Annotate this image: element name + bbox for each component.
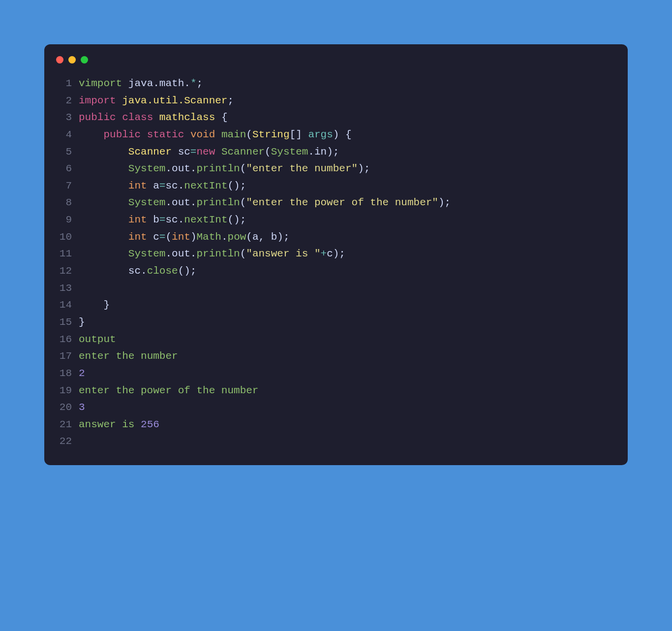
- code-token: int: [172, 231, 190, 243]
- code-token: (a, b);: [246, 231, 289, 243]
- code-editor[interactable]: 1vimport java.math.*;2import java.util.S…: [44, 75, 628, 450]
- code-token: .out.: [165, 197, 196, 208]
- code-token: class: [122, 112, 153, 123]
- code-token: +: [321, 248, 327, 259]
- code-token: sc.: [165, 180, 184, 191]
- line-content: 2: [79, 365, 628, 382]
- code-token: Scanner: [221, 146, 265, 158]
- code-token: [79, 283, 128, 294]
- code-token: =: [159, 214, 166, 225]
- code-token: .out.: [165, 163, 196, 174]
- line-number: 9: [44, 212, 79, 229]
- line-number: 19: [44, 382, 79, 400]
- code-token: a: [147, 180, 159, 191]
- code-token: new: [196, 146, 215, 158]
- line-content: [79, 280, 628, 297]
- code-token: .: [153, 78, 159, 89]
- code-token: Scanner: [128, 146, 172, 158]
- line-content: enter the power of the number: [79, 382, 628, 400]
- line-content: }: [79, 314, 628, 331]
- maximize-icon[interactable]: [81, 56, 88, 63]
- code-token: [116, 95, 122, 106]
- window-titlebar: [44, 56, 628, 75]
- code-token: .in);: [308, 146, 339, 158]
- code-token: }: [79, 316, 85, 328]
- code-line: 1vimport java.math.*;: [44, 75, 628, 93]
- code-token: (: [246, 129, 252, 140]
- code-token: [79, 248, 128, 259]
- code-token: Math: [197, 231, 221, 243]
- code-line: 3public class mathclass {: [44, 109, 628, 126]
- code-token: .: [184, 78, 190, 89]
- line-content: int a=sc.nextInt();: [79, 178, 628, 195]
- code-line: 19enter the power of the number: [44, 382, 628, 400]
- line-number: 5: [44, 144, 79, 161]
- line-number: 8: [44, 194, 79, 212]
- code-token: public: [79, 112, 116, 123]
- code-token: int: [128, 180, 147, 191]
- code-line: 22: [44, 433, 628, 450]
- line-number: 12: [44, 263, 79, 280]
- code-token: {: [215, 112, 227, 123]
- code-line: 21answer is 256: [44, 416, 628, 434]
- code-token: c);: [327, 248, 345, 259]
- code-token: c: [147, 231, 159, 243]
- code-token: ();: [228, 214, 246, 225]
- line-content: [79, 433, 628, 450]
- code-token: number: [141, 350, 178, 362]
- code-token: mathclass: [159, 112, 215, 123]
- code-token: *: [190, 78, 197, 89]
- code-token: [153, 112, 159, 123]
- code-token: [79, 163, 128, 174]
- line-number: 6: [44, 160, 79, 178]
- code-token: ;: [196, 78, 203, 89]
- code-token: }: [79, 299, 110, 311]
- code-line: 15}: [44, 314, 628, 331]
- code-token: []: [290, 129, 308, 140]
- code-line: 16output: [44, 331, 628, 348]
- line-content: Scanner sc=new Scanner(System.in);: [79, 144, 628, 161]
- line-content: int c=(int)Math.pow(a, b);: [79, 229, 628, 246]
- code-line: 4 public static void main(String[] args)…: [44, 126, 628, 144]
- code-token: =: [159, 180, 166, 191]
- code-token: sc: [172, 146, 190, 158]
- line-number: 4: [44, 126, 79, 144]
- line-content: System.out.println("answer is "+c);: [79, 246, 628, 263]
- code-token: math: [159, 78, 184, 89]
- code-token: System: [128, 197, 166, 208]
- code-token: java: [122, 78, 153, 89]
- code-line: 17enter the number: [44, 348, 628, 365]
- code-token: import: [79, 95, 116, 106]
- code-token: ();: [228, 180, 246, 191]
- code-token: [116, 112, 122, 123]
- code-token: enter the: [79, 350, 141, 362]
- code-token: .: [221, 231, 228, 243]
- line-content: System.out.println("enter the number");: [79, 160, 628, 178]
- code-line: 12 sc.close();: [44, 263, 628, 280]
- code-token: System: [128, 248, 166, 259]
- code-token: System: [128, 163, 166, 174]
- line-number: 13: [44, 280, 79, 297]
- code-line: 6 System.out.println("enter the number")…: [44, 160, 628, 178]
- line-content: int b=sc.nextInt();: [79, 212, 628, 229]
- line-number: 11: [44, 246, 79, 263]
- code-token: (: [240, 163, 246, 174]
- code-token: int: [128, 231, 147, 243]
- code-token: [215, 129, 221, 140]
- line-number: 20: [44, 399, 79, 416]
- line-number: 21: [44, 416, 79, 434]
- code-line: 2import java.util.Scanner;: [44, 93, 628, 110]
- code-token: ): [190, 231, 197, 243]
- line-content: System.out.println("enter the power of t…: [79, 194, 628, 212]
- line-number: 22: [44, 433, 79, 450]
- line-content: answer is 256: [79, 416, 628, 434]
- minimize-icon[interactable]: [68, 56, 76, 63]
- code-line: 9 int b=sc.nextInt();: [44, 212, 628, 229]
- code-line: 5 Scanner sc=new Scanner(System.in);: [44, 144, 628, 161]
- code-window: 1vimport java.math.*;2import java.util.S…: [44, 44, 628, 465]
- code-token: java.util.Scanner: [122, 95, 227, 106]
- code-token: "answer is ": [246, 248, 320, 259]
- code-line: 8 System.out.println("enter the power of…: [44, 194, 628, 212]
- close-icon[interactable]: [56, 56, 63, 63]
- code-token: sc.: [165, 214, 184, 225]
